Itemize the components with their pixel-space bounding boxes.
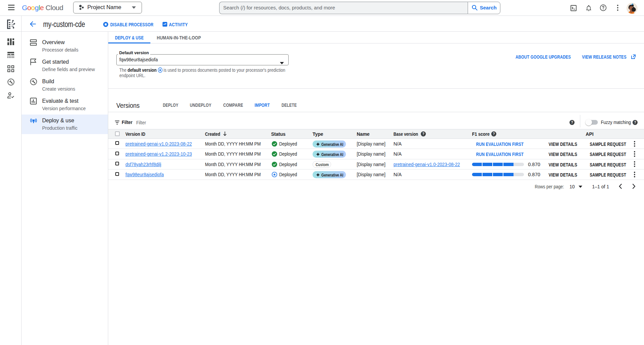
svg-text:?: ? (634, 121, 636, 124)
svg-text:?: ? (571, 121, 573, 124)
svg-text:?: ? (422, 132, 424, 136)
svg-text:?: ? (493, 132, 495, 136)
